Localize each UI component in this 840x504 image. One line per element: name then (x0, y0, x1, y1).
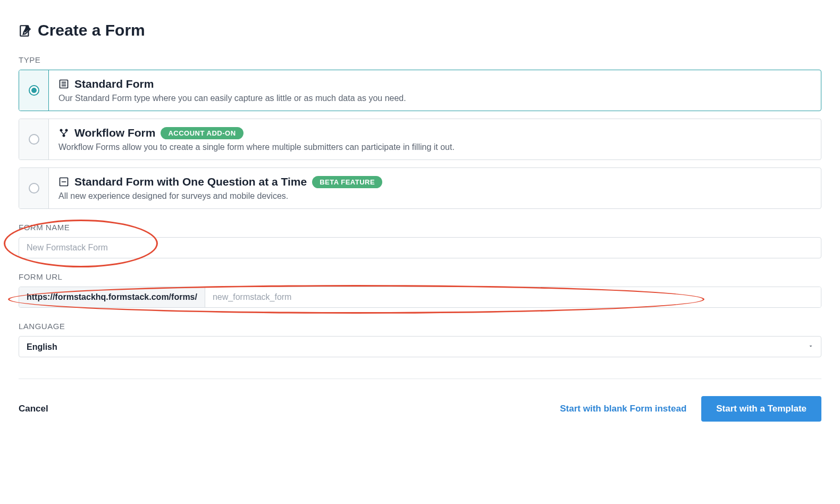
type-radio-one-question-col (19, 168, 49, 208)
type-option-one-question[interactable]: Standard Form with One Question at a Tim… (19, 167, 821, 209)
radio-workflow[interactable] (29, 134, 39, 145)
type-title-one-question: Standard Form with One Question at a Tim… (74, 175, 307, 188)
form-url-prefix: https://formstackhq.formstack.com/forms/ (19, 287, 205, 307)
language-label: LANGUAGE (19, 322, 821, 331)
badge-account-addon: ACCOUNT ADD-ON (161, 127, 243, 139)
type-desc-standard: Our Standard Form type where you can eas… (58, 94, 811, 103)
form-url-label: FORM URL (19, 272, 821, 281)
single-field-icon (58, 177, 69, 187)
form-name-label: FORM NAME (19, 223, 821, 232)
type-radio-standard-col (19, 70, 49, 111)
edit-form-icon (19, 23, 32, 37)
type-title-workflow: Workflow Form (74, 127, 155, 139)
type-desc-one-question: All new experience designed for surveys … (58, 191, 811, 201)
cancel-button[interactable]: Cancel (19, 404, 48, 414)
type-radio-workflow-col (19, 119, 49, 159)
workflow-icon (58, 128, 69, 138)
svg-point-6 (65, 129, 68, 132)
start-template-button[interactable]: Start with a Template (701, 396, 821, 422)
radio-one-question[interactable] (29, 183, 39, 194)
radio-standard[interactable] (29, 85, 39, 96)
start-blank-button[interactable]: Start with blank Form instead (560, 404, 686, 414)
type-option-workflow[interactable]: Workflow Form ACCOUNT ADD-ON Workflow Fo… (19, 119, 821, 160)
svg-point-7 (63, 135, 65, 137)
type-section-label: TYPE (19, 55, 821, 64)
page-title: Create a Form (19, 21, 821, 39)
type-option-standard[interactable]: Standard Form Our Standard Form type whe… (19, 70, 821, 111)
type-desc-workflow: Workflow Forms allow you to create a sin… (58, 142, 811, 152)
badge-beta-feature: BETA FEATURE (312, 176, 382, 188)
form-name-input[interactable] (19, 237, 821, 258)
list-icon (58, 79, 69, 89)
svg-point-5 (60, 129, 63, 132)
language-select[interactable]: English (19, 336, 821, 357)
page-title-text: Create a Form (38, 21, 145, 39)
type-title-standard: Standard Form (74, 78, 154, 90)
form-url-input[interactable] (205, 287, 821, 307)
